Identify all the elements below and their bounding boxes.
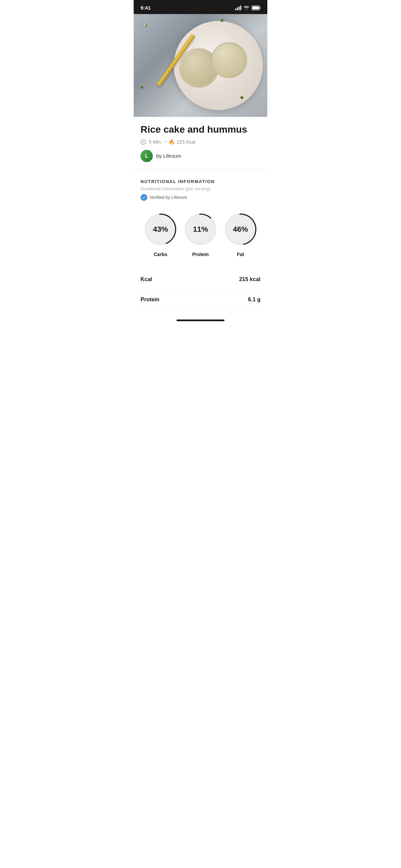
status-time: 9:41 [141,5,151,11]
svg-rect-2 [252,7,259,9]
status-icons [235,5,260,10]
nutritional-subtitle: Nutritional Information (per serving) [141,186,260,191]
macro-percent-protein: 11% [193,225,208,234]
nutrition-row-0: Kcal 215 kcal [141,269,260,290]
author-initial: L [145,153,148,159]
verified-row: Verified by Lifesum [141,194,260,201]
fire-icon: 🔥 [169,140,174,144]
verified-text: Verified by Lifesum [149,195,187,200]
author-avatar: L [141,150,153,162]
recipe-time: 5 Min. [149,139,162,145]
recipe-calories: 215 Kcal [177,139,195,145]
macro-percent-fat: 46% [233,225,248,234]
herb-decoration [140,86,143,89]
circle-inner-protein: 11% [186,215,215,244]
macro-percent-carbs: 43% [153,225,168,234]
nutritional-section: NUTRITIONAL INFORMATION Nutritional Info… [134,169,267,257]
battery-icon [252,5,260,10]
nutrition-table: Kcal 215 kcal Protein 6.1 g [134,269,267,310]
macro-label-protein: Protein [192,252,209,257]
macro-item-protein: 11% Protein [182,210,219,257]
recipe-content: Rice cake and hummus 5 Min. • 🔥 215 Kcal… [134,117,267,162]
status-bar: 9:41 [134,0,267,14]
author-name: by Lifesum [156,153,181,159]
back-button[interactable] [139,19,151,32]
rice-cake-right [211,42,247,78]
nutrition-row-label-1: Protein [141,297,159,303]
verified-badge-icon [141,194,147,201]
signal-icon [235,5,241,10]
recipe-title: Rice cake and hummus [141,124,260,135]
macro-circles: 43% Carbs 11% Protein 46% Fat [141,210,260,257]
circle-inner-carbs: 43% [146,215,175,244]
macro-circle-carbs: 43% [142,210,179,248]
svg-rect-1 [260,7,260,9]
nutrition-row-value-1: 6.1 g [248,297,260,303]
macro-circle-fat: 46% [222,210,259,248]
nutrition-row-value-0: 215 kcal [239,276,260,282]
macro-circle-protein: 11% [182,210,219,248]
home-indicator-area [134,315,267,324]
macro-label-fat: Fat [237,252,244,257]
macro-label-carbs: Carbs [154,252,167,257]
wifi-icon [243,5,250,10]
macro-item-fat: 46% Fat [222,210,259,257]
recipe-meta: 5 Min. • 🔥 215 Kcal [141,139,260,145]
clock-icon [141,139,146,145]
meta-separator: • [165,139,167,145]
circle-inner-fat: 46% [226,215,255,244]
nutrition-row-label-0: Kcal [141,276,152,282]
macro-item-carbs: 43% Carbs [142,210,179,257]
home-indicator-bar [177,320,224,321]
nutritional-title: NUTRITIONAL INFORMATION [141,179,260,184]
nutrition-row-1: Protein 6.1 g [141,290,260,310]
hero-image [134,14,267,117]
plate-decoration [174,21,263,110]
author-row: L by Lifesum [141,150,260,162]
